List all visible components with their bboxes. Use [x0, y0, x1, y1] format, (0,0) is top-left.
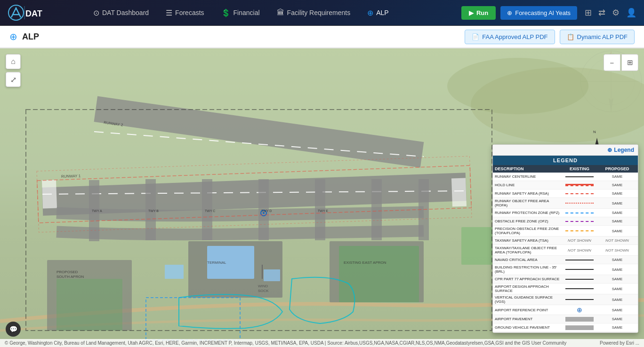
chat-bubble-button[interactable]: 💬 — [6, 322, 21, 337]
legend-toggle-label: Legend — [614, 147, 634, 153]
expand-icon: ⤢ — [10, 75, 16, 84]
legend-header: LEGEND — [493, 156, 638, 165]
legend-row-navaid: NAVAID CRITICAL AREA SAME — [493, 256, 638, 264]
map-controls-right: − ⊞ — [604, 54, 638, 71]
facility-icon: 🏛 — [277, 8, 284, 17]
alp-bar-title: ALP — [22, 32, 460, 42]
svg-text:SOUTH APRON: SOUTH APRON — [56, 275, 84, 279]
attribution-right: Powered by Esri ... — [600, 340, 639, 346]
nav-item-financial-label: Financial — [233, 9, 260, 16]
nav-item-dat-dashboard-label: DAT Dashboard — [102, 9, 149, 16]
nav-item-forecasts[interactable]: ☰ Forecasts — [157, 5, 212, 21]
faa-pdf-label: FAA Approved ALP PDF — [482, 33, 547, 40]
run-button[interactable]: ▶ Run — [461, 6, 496, 20]
user-icon[interactable]: 👤 — [626, 8, 636, 18]
legend-row-pofz: PRECISION OBSTACLE FREE ZONE (TOFA/FLOPA… — [493, 226, 638, 237]
legend-row-brl: BUILDING RESTRICTION LINE - 35' (BRL) SA… — [493, 264, 638, 275]
alp-bar-icon: ⊕ — [9, 31, 17, 42]
chat-icon: 💬 — [9, 325, 17, 333]
legend-row-airport-design: AIRPORT DESIGN APPROACH SURFACE SAME — [493, 284, 638, 294]
svg-text:EXISTING EAST APRON: EXISTING EAST APRON — [344, 260, 386, 265]
nav-item-facility-requirements-label: Facility Requirements — [287, 9, 351, 16]
map-area[interactable]: N — [0, 48, 644, 347]
attribution-left: © George, Washington City, Bureau of Lan… — [5, 340, 566, 346]
logo-area: DAT — [8, 4, 73, 21]
nav-item-forecasts-label: Forecasts — [175, 9, 204, 16]
ais-dat-logo: DAT — [8, 4, 73, 21]
legend-toggle-button[interactable]: ⊕ Legend — [607, 147, 634, 153]
grid-view-icon: ⊞ — [627, 58, 633, 67]
svg-rect-17 — [451, 178, 467, 206]
svg-text:TERMINAL: TERMINAL — [207, 260, 226, 265]
top-navigation: DAT ⊙ DAT Dashboard ☰ Forecasts 💲 Financ… — [0, 0, 644, 26]
svg-rect-32 — [264, 269, 280, 281]
nav-right-actions: ▶ Run ⊕ Forecasting Al Yeats ⊞ ⇄ ⚙ 👤 — [461, 6, 636, 20]
zoom-minus-button[interactable]: − — [604, 54, 620, 71]
svg-text:DAT: DAT — [25, 9, 42, 18]
dat-dashboard-icon: ⊙ — [93, 8, 99, 17]
expand-button[interactable]: ⤢ — [6, 72, 21, 87]
faa-approved-alp-pdf-button[interactable]: 📄 FAA Approved ALP PDF — [465, 30, 555, 44]
legend-toggle-bar: ⊕ Legend — [493, 145, 638, 156]
forecasting-icon: ⊕ — [507, 9, 512, 16]
financial-icon: 💲 — [221, 8, 231, 17]
legend-row-rsa: RUNWAY SAFETY AREA (RSA) SAME — [493, 189, 638, 198]
svg-text:SOCK: SOCK — [258, 289, 269, 293]
zoom-minus-icon: − — [610, 59, 614, 67]
forecasting-label: Forecasting Al Yeats — [515, 9, 571, 16]
svg-rect-31 — [165, 265, 184, 279]
svg-rect-33 — [339, 246, 419, 302]
svg-text:WIND: WIND — [258, 284, 268, 288]
legend-rows: RUNWAY CENTERLINE SAME HOLD LINE SAME RU… — [493, 173, 638, 332]
faa-pdf-icon: 📄 — [472, 33, 479, 40]
svg-rect-16 — [42, 180, 57, 208]
svg-text:PROPOSED: PROPOSED — [56, 270, 78, 274]
dynamic-alp-pdf-button[interactable]: 📋 Dynamic ALP PDF — [560, 30, 635, 44]
grid-icon[interactable]: ⊞ — [585, 8, 592, 18]
legend-row-runway-centerline: RUNWAY CENTERLINE SAME — [493, 173, 638, 181]
forecasting-button[interactable]: ⊕ Forecasting Al Yeats — [500, 6, 577, 20]
nav-item-dat-dashboard[interactable]: ⊙ DAT Dashboard — [85, 5, 157, 21]
home-button[interactable]: ⌂ — [6, 54, 21, 69]
nav-item-financial[interactable]: 💲 Financial — [213, 5, 268, 21]
svg-text:TWY E: TWY E — [318, 209, 328, 213]
legend-header-text: LEGEND — [553, 158, 578, 163]
svg-point-13 — [447, 58, 588, 114]
map-controls-left: ⌂ ⤢ — [6, 54, 21, 87]
svg-text:TWY D: TWY D — [261, 209, 272, 213]
dynamic-pdf-label: Dynamic ALP PDF — [577, 33, 628, 40]
svg-text:N: N — [593, 130, 596, 134]
run-label: Run — [476, 9, 488, 16]
legend-row-airport-buildings: AIRPORT BUILDINGS SAME — [493, 332, 638, 332]
legend-row-ground-vehicle-pavement: GROUND VEHICLE PAVEMENT SAME — [493, 323, 638, 332]
svg-text:TWY A: TWY A — [92, 209, 102, 213]
legend-col-proposed: PROPOSED — [598, 166, 636, 171]
legend-column-headers: DESCRIPTION EXISTING PROPOSED — [493, 165, 638, 173]
svg-text:TWY B: TWY B — [148, 209, 159, 213]
legend-plus-icon: ⊕ — [607, 147, 612, 153]
legend-row-airport-pavement: AIRPORT PAVEMENT SAME — [493, 315, 638, 323]
legend-col-description: DESCRIPTION — [495, 166, 561, 171]
svg-text:RUNWAY 1: RUNWAY 1 — [61, 174, 81, 179]
nav-item-facility-requirements[interactable]: 🏛 Facility Requirements — [268, 5, 359, 21]
legend-row-hold-line: HOLD LINE SAME — [493, 181, 638, 189]
map-grid-view-button[interactable]: ⊞ — [621, 54, 638, 71]
legend-row-cpr: CPR PART 77 APPROACH SURFACE SAME — [493, 275, 638, 284]
legend-row-arp: AIRPORT REFERENCE POINT ⊕ SAME — [493, 305, 638, 315]
nav-item-alp[interactable]: ⊕ ALP — [359, 5, 397, 21]
settings-icon[interactable]: ⚙ — [612, 8, 620, 18]
svg-rect-35 — [56, 279, 122, 331]
legend-row-rofa: RUNWAY OBJECT FREE AREA (ROFA) SAME — [493, 198, 638, 209]
forecasts-icon: ☰ — [166, 8, 172, 17]
nav-item-alp-label: ALP — [376, 9, 388, 16]
home-icon: ⌂ — [11, 57, 16, 66]
transfer-icon[interactable]: ⇄ — [598, 8, 605, 18]
alp-subheader: ⊕ ALP 📄 FAA Approved ALP PDF 📋 Dynamic A… — [0, 26, 644, 48]
run-icon: ▶ — [469, 9, 474, 16]
legend-col-existing: EXISTING — [561, 166, 598, 171]
map-attribution: © George, Washington City, Bureau of Lan… — [0, 339, 644, 347]
nav-utility-icons: ⊞ ⇄ ⚙ 👤 — [585, 8, 636, 18]
legend-row-vgs: VERTICAL GUIDANCE SURFACE (VGS) SAME — [493, 294, 638, 305]
legend-panel: ⊕ Legend LEGEND DESCRIPTION EXISTING PRO… — [492, 144, 638, 333]
legend-row-rpz: RUNWAY PROTECTION ZONE (RPZ) SAME — [493, 209, 638, 217]
